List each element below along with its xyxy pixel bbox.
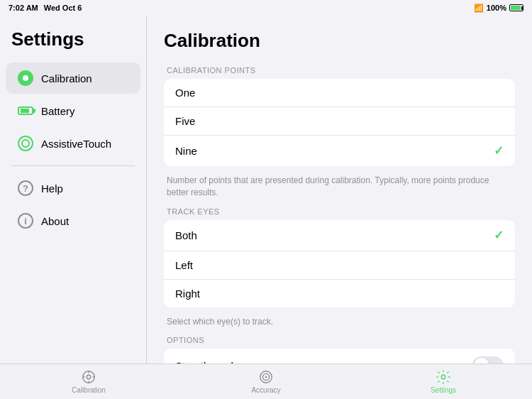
sidebar-item-calibration[interactable]: Calibration bbox=[6, 62, 140, 94]
section-label-track-eyes: TRACK EYES bbox=[164, 207, 515, 216]
track-eyes-card: Both ✓ Left Right bbox=[164, 220, 515, 307]
toggle-knob bbox=[474, 358, 489, 364]
option-both-checkmark: ✓ bbox=[494, 228, 504, 243]
sidebar-label-help: Help bbox=[41, 182, 63, 195]
option-nine-checkmark: ✓ bbox=[494, 143, 504, 158]
option-both-label: Both bbox=[175, 229, 197, 241]
option-both[interactable]: Both ✓ bbox=[164, 220, 515, 251]
sidebar: Settings Calibration Battery AssistiveTo… bbox=[0, 16, 147, 364]
section-label-options: OPTIONS bbox=[164, 336, 515, 344]
battery-fill bbox=[511, 6, 521, 10]
option-one[interactable]: One bbox=[164, 79, 515, 107]
option-one-label: One bbox=[175, 87, 195, 99]
help-icon-shape: ? bbox=[18, 180, 33, 196]
wifi-icon: 📶 bbox=[474, 4, 484, 13]
tab-settings-icon bbox=[436, 369, 451, 385]
option-right[interactable]: Right bbox=[164, 280, 515, 307]
tab-calibration[interactable]: Calibration bbox=[0, 369, 177, 394]
tab-accuracy-icon bbox=[258, 369, 274, 385]
status-date: Wed Oct 6 bbox=[44, 4, 82, 12]
svg-point-9 bbox=[441, 375, 445, 379]
sidebar-title: Settings bbox=[0, 23, 146, 62]
assistive-icon-shape bbox=[18, 136, 33, 151]
tab-bar: Calibration Accuracy Settings bbox=[0, 364, 532, 399]
content-title: Calibration bbox=[164, 30, 515, 52]
status-left: 7:02 AM Wed Oct 6 bbox=[9, 4, 82, 12]
option-left-label: Left bbox=[175, 259, 193, 271]
svg-point-8 bbox=[265, 376, 267, 378]
step-through-row: Step-through bbox=[164, 349, 515, 364]
sidebar-item-assistive-touch[interactable]: AssistiveTouch bbox=[6, 128, 140, 159]
svg-point-1 bbox=[87, 375, 91, 379]
sidebar-item-help[interactable]: ? Help bbox=[6, 173, 140, 204]
about-icon-shape: i bbox=[18, 213, 33, 229]
track-eyes-note: Select which eye(s) to track. bbox=[164, 313, 515, 337]
calibration-points-card: One Five Nine ✓ bbox=[164, 79, 515, 166]
help-icon: ? bbox=[17, 180, 34, 197]
battery-icon bbox=[509, 4, 523, 11]
calibration-points-note: Number of points that are presented duri… bbox=[164, 172, 515, 207]
sidebar-label-assistive: AssistiveTouch bbox=[41, 138, 111, 150]
battery-sidebar-icon bbox=[17, 102, 34, 119]
sidebar-label-about: About bbox=[41, 215, 69, 227]
tab-accuracy[interactable]: Accuracy bbox=[177, 369, 355, 394]
battery-percent: 100% bbox=[487, 4, 506, 12]
tab-calibration-label: Calibration bbox=[72, 386, 106, 394]
calibration-icon bbox=[17, 70, 34, 87]
option-nine-label: Nine bbox=[175, 145, 197, 157]
option-left[interactable]: Left bbox=[164, 251, 515, 280]
step-through-toggle[interactable] bbox=[472, 356, 504, 364]
status-time: 7:02 AM bbox=[9, 4, 38, 12]
option-five[interactable]: Five bbox=[164, 107, 515, 136]
tab-accuracy-label: Accuracy bbox=[251, 386, 280, 394]
sidebar-label-battery: Battery bbox=[41, 105, 75, 117]
main-content: Calibration CALIBRATION POINTS One Five … bbox=[147, 16, 532, 364]
assistive-icon bbox=[17, 135, 34, 152]
about-icon: i bbox=[17, 212, 34, 229]
option-nine[interactable]: Nine ✓ bbox=[164, 136, 515, 166]
battery-cap bbox=[521, 6, 523, 10]
sidebar-divider bbox=[11, 165, 135, 166]
options-card: Step-through bbox=[164, 349, 515, 364]
option-right-label: Right bbox=[175, 288, 200, 300]
sidebar-item-about[interactable]: i About bbox=[6, 205, 140, 236]
sidebar-label-calibration: Calibration bbox=[41, 72, 92, 84]
tab-calibration-icon bbox=[81, 369, 96, 385]
sidebar-item-battery[interactable]: Battery bbox=[6, 95, 140, 126]
tab-settings-label: Settings bbox=[431, 386, 456, 394]
option-five-label: Five bbox=[175, 115, 195, 127]
status-right: 📶 100% bbox=[474, 4, 523, 13]
calibration-icon-shape bbox=[18, 70, 33, 86]
section-label-calibration-points: CALIBRATION POINTS bbox=[164, 66, 515, 75]
battery-icon-shape bbox=[18, 106, 33, 115]
app-body: Settings Calibration Battery AssistiveTo… bbox=[0, 16, 532, 364]
status-bar: 7:02 AM Wed Oct 6 📶 100% bbox=[0, 0, 532, 16]
tab-settings[interactable]: Settings bbox=[355, 369, 532, 394]
